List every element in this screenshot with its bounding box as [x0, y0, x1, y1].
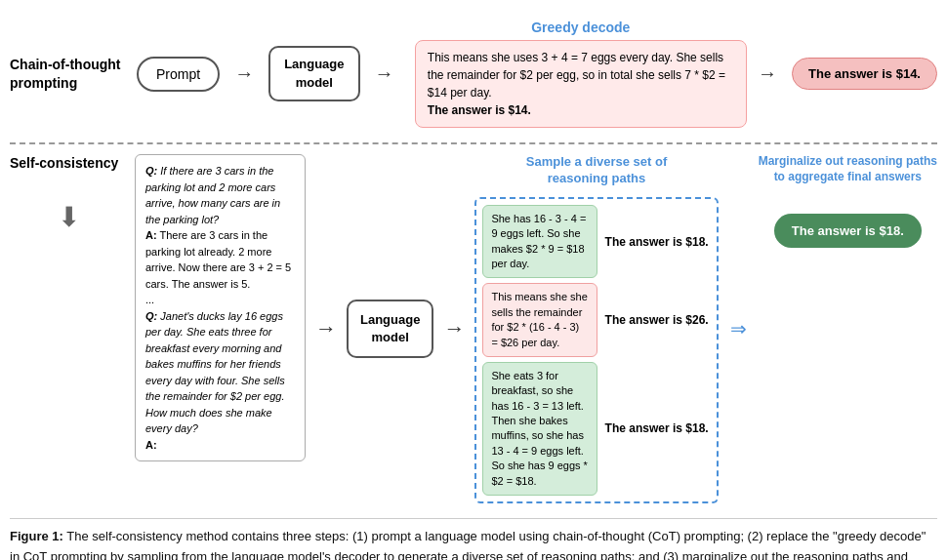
caption-text: The self-consistency method contains thr… — [10, 529, 926, 560]
diagram-area: Chain-of-thought prompting Prompt → Lang… — [10, 10, 937, 560]
path-row-2: This means she she sells the remainder f… — [482, 283, 710, 357]
greedy-box: This means she uses 3 + 4 = 7 eggs every… — [415, 40, 747, 128]
qa-dots: ... — [145, 294, 154, 305]
lang-model-bottom-line2: model — [372, 330, 409, 344]
mid-arrow2-icon: → — [443, 316, 465, 341]
qa-a2-label: A: — [145, 439, 157, 451]
greedy-label: Greedy decode — [531, 20, 630, 35]
path-text-3: She eats 3 for breakfast, so she has 16 … — [491, 370, 587, 487]
top-section: Chain-of-thought prompting Prompt → Lang… — [10, 10, 937, 144]
greedy-text: This means she uses 3 + 4 = 7 eggs every… — [428, 51, 725, 100]
top-final-answer: The answer is $14. — [792, 58, 937, 90]
path-answer-3: The answer is $18. — [603, 421, 711, 435]
down-arrow-container: ⬇ — [10, 201, 127, 233]
marginalize-col: Marginalize out reasoning pathsto aggreg… — [759, 154, 937, 248]
caption-label: Figure 1: — [10, 529, 63, 543]
path-box-3: She eats 3 for breakfast, so she has 16 … — [482, 362, 597, 496]
down-arrow-icon: ⬇ — [58, 201, 80, 233]
path-text-1: She has 16 - 3 - 4 = 9 eggs left. So she… — [491, 213, 586, 269]
reasoning-header: Sample a diverse set ofreasoning paths — [474, 154, 718, 187]
path-box-1: She has 16 - 3 - 4 = 9 eggs left. So she… — [482, 205, 597, 279]
chain-label: Chain-of-thought prompting — [10, 56, 127, 91]
path-answer-2: The answer is $26. — [603, 313, 711, 327]
dashed-arrow-right-icon: ⇒ — [730, 317, 747, 340]
qa-box: Q: If there are 3 cars in the parking lo… — [135, 154, 306, 461]
reasoning-paths: She has 16 - 3 - 4 = 9 eggs left. So she… — [474, 197, 718, 503]
greedy-decode-section: Greedy decode This means she uses 3 + 4 … — [409, 20, 754, 128]
prompt-box: Prompt — [137, 57, 220, 92]
path-text-2: This means she she sells the remainder f… — [491, 291, 587, 347]
path-row-3: She eats 3 for breakfast, so she has 16 … — [482, 362, 710, 496]
path-box-2: This means she she sells the remainder f… — [482, 283, 597, 357]
reasoning-header-text: Sample a diverse set ofreasoning paths — [526, 154, 668, 185]
lang-model-top-line2: model — [296, 75, 333, 90]
lang-model-bottom-line1: Language — [360, 312, 420, 327]
self-consistency-label: Self-consistency — [10, 154, 127, 172]
caption: Figure 1: The self-consistency method co… — [10, 518, 937, 560]
lang-model-top: Language model — [268, 46, 359, 100]
marginalize-header: Marginalize out reasoning pathsto aggreg… — [759, 154, 937, 184]
path-row-1: She has 16 - 3 - 4 = 9 eggs left. So she… — [482, 205, 710, 279]
final-answer-box: The answer is $18. — [774, 214, 922, 248]
lang-model-bottom: Language model — [347, 300, 433, 358]
arrow3: → — [758, 62, 777, 85]
path-answer-1: The answer is $18. — [603, 235, 711, 249]
arrow1: → — [234, 62, 254, 85]
qa-q1: Q: If there are 3 cars in the parking lo… — [145, 165, 280, 225]
lang-model-top-line1: Language — [284, 57, 344, 71]
arrow2: → — [375, 62, 394, 85]
qa-a1: A: There are 3 cars in the parking lot a… — [145, 229, 291, 290]
mid-arrow-icon: → — [315, 316, 337, 341]
greedy-bold: The answer is $14. — [428, 103, 531, 117]
bottom-section: Self-consistency ⬇ Q: If there are 3 car… — [10, 154, 937, 503]
qa-q2: Q: Janet's ducks lay 16 eggs per day. Sh… — [145, 310, 285, 435]
marginalize-header-text: Marginalize out reasoning pathsto aggreg… — [759, 154, 937, 183]
reasoning-col: Sample a diverse set ofreasoning paths S… — [474, 154, 718, 503]
